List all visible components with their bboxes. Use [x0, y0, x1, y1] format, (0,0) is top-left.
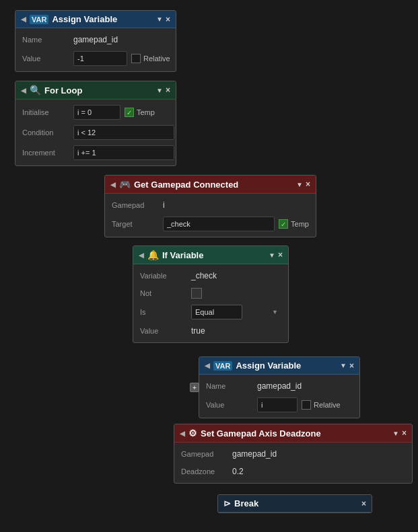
value-label-if: Value	[140, 327, 187, 335]
var-icon-1: VAR	[30, 15, 48, 24]
get-gamepad-body: Gamepad i Target ✓ Temp	[105, 194, 316, 237]
menu-btn-2[interactable]: ▼	[156, 87, 163, 94]
temp-label-2: Temp	[291, 220, 309, 228]
deadzone-value: 0.2	[232, 467, 405, 476]
for-loop-node: ◀ 🔍 For Loop ▼ × Initialise ✓ Temp Condi…	[15, 81, 176, 166]
assign-variable-title-1: Assign Variable	[52, 14, 117, 24]
if-variable-body: Variable _check Not Is Equal Not Equal G…	[133, 264, 288, 342]
value-input-2[interactable]	[257, 397, 298, 412]
collapse-icon-4[interactable]: ◀	[139, 252, 144, 259]
temp-checkbox-2[interactable]: ✓	[279, 219, 288, 229]
not-checkbox[interactable]	[191, 288, 202, 299]
increment-input[interactable]	[73, 145, 174, 160]
name-row-2: Name gamepad_id	[199, 377, 359, 395]
deadzone-gamepad-label: Gamepad	[181, 450, 228, 458]
get-gamepad-node: ◀ 🎮 Get Gamepad Connected ▼ × Gamepad i …	[104, 175, 316, 237]
name-value-2: gamepad_id	[257, 381, 353, 391]
value-label-2: Value	[206, 401, 253, 409]
assign-variable-header-1: ◀ VAR Assign Variable ▼ ×	[15, 11, 176, 28]
assign-variable-title-2: Assign Variable	[236, 360, 301, 371]
variable-value: _check	[191, 271, 281, 280]
if-icon: 🔔	[147, 250, 159, 260]
name-value-1: gamepad_id	[73, 35, 169, 44]
break-icon: ⊳	[223, 498, 231, 508]
collapse-icon-2[interactable]: ◀	[21, 87, 26, 94]
menu-btn-1[interactable]: ▼	[156, 15, 163, 23]
set-deadzone-header: ◀ ⚙ Set Gamepad Axis Deadzone ▼ ×	[174, 424, 412, 443]
close-btn-4[interactable]: ×	[278, 250, 283, 260]
name-row-1: Name gamepad_id	[15, 31, 176, 48]
target-row: Target ✓ Temp	[105, 214, 316, 234]
value-row-1: Value Relative	[15, 48, 176, 69]
var-icon-2: VAR	[213, 361, 232, 371]
increment-row: Increment	[15, 143, 176, 163]
close-btn-5[interactable]: ×	[349, 361, 354, 371]
assign-variable-body-2: Name gamepad_id Value Relative	[199, 375, 359, 418]
is-label: Is	[140, 308, 187, 316]
collapse-icon-5[interactable]: ◀	[205, 362, 210, 369]
assign-variable-node-2: + ◀ VAR Assign Variable ▼ × Name gamepad…	[199, 356, 360, 418]
deadzone-gamepad-row: Gamepad gamepad_id	[174, 445, 412, 463]
menu-btn-4[interactable]: ▼	[269, 252, 275, 259]
not-row: Not	[133, 284, 288, 302]
name-label-2: Name	[206, 382, 253, 390]
initialise-input[interactable]	[73, 105, 120, 120]
if-variable-header: ◀ 🔔 If Variable ▼ ×	[133, 246, 288, 264]
is-dropdown[interactable]: Equal Not Equal Greater Less	[191, 305, 242, 319]
get-gamepad-title: Get Gamepad Connected	[134, 180, 238, 190]
gamepad-row: Gamepad i	[105, 196, 316, 214]
assign-variable-header-2: ◀ VAR Assign Variable ▼ ×	[199, 357, 359, 375]
value-value-if: true	[191, 326, 281, 336]
value-row-if: Value true	[133, 322, 288, 340]
menu-btn-3[interactable]: ▼	[296, 181, 303, 188]
temp-checkbox-1[interactable]: ✓	[125, 108, 134, 117]
collapse-icon-1[interactable]: ◀	[21, 15, 26, 23]
if-variable-title: If Variable	[162, 250, 203, 260]
increment-label: Increment	[22, 149, 69, 157]
menu-btn-5[interactable]: ▼	[340, 362, 347, 369]
variable-label: Variable	[140, 272, 187, 280]
for-loop-title: For Loop	[44, 85, 82, 96]
for-loop-header: ◀ 🔍 For Loop ▼ ×	[15, 81, 176, 100]
initialise-label: Initialise	[22, 108, 69, 116]
relative-checkbox-1[interactable]	[131, 54, 141, 63]
is-row: Is Equal Not Equal Greater Less ▼	[133, 302, 288, 322]
set-deadzone-title: Set Gamepad Axis Deadzone	[201, 428, 321, 439]
collapse-icon-3[interactable]: ◀	[110, 181, 116, 188]
target-label: Target	[112, 220, 159, 228]
assign-variable-node-1: ◀ VAR Assign Variable ▼ × Name gamepad_i…	[15, 10, 176, 72]
deadzone-label: Deadzone	[181, 467, 228, 476]
gamepad-label: Gamepad	[112, 201, 159, 209]
condition-row: Condition	[15, 122, 176, 143]
break-title: Break	[234, 498, 258, 508]
break-header: ⊳ Break ×	[218, 495, 372, 512]
close-btn-6[interactable]: ×	[402, 428, 407, 438]
target-input[interactable]	[163, 217, 275, 231]
deadzone-row: Deadzone 0.2	[174, 463, 412, 480]
relative-label-2: Relative	[314, 401, 341, 409]
assign-variable-body-1: Name gamepad_id Value Relative	[15, 28, 176, 71]
not-label: Not	[140, 289, 187, 297]
collapse-icon-6[interactable]: ◀	[180, 430, 185, 437]
dropdown-arrow-icon: ▼	[272, 309, 278, 315]
value-input-1[interactable]	[73, 51, 127, 66]
name-label-1: Name	[22, 36, 69, 44]
gamepad-value: i	[163, 200, 309, 210]
close-btn-3[interactable]: ×	[306, 180, 310, 189]
break-node: ⊳ Break ×	[217, 494, 372, 513]
set-deadzone-body: Gamepad gamepad_id Deadzone 0.2	[174, 443, 412, 483]
condition-label: Condition	[22, 128, 69, 137]
close-btn-7[interactable]: ×	[361, 499, 366, 508]
menu-btn-6[interactable]: ▼	[392, 430, 399, 437]
variable-row: Variable _check	[133, 267, 288, 284]
get-gamepad-header: ◀ 🎮 Get Gamepad Connected ▼ ×	[105, 176, 316, 194]
close-btn-1[interactable]: ×	[166, 15, 170, 24]
condition-input[interactable]	[73, 125, 174, 140]
set-deadzone-node: ◀ ⚙ Set Gamepad Axis Deadzone ▼ × Gamepa…	[174, 424, 413, 484]
value-row-2: Value Relative	[199, 395, 359, 415]
close-btn-2[interactable]: ×	[166, 85, 170, 95]
plus-btn[interactable]: +	[190, 383, 199, 392]
value-label-1: Value	[22, 54, 69, 63]
relative-checkbox-2[interactable]	[302, 400, 311, 410]
relative-label-1: Relative	[143, 54, 170, 63]
